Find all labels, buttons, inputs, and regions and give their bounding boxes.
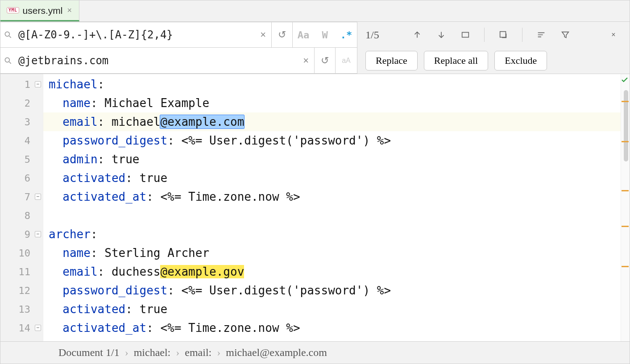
- chevron-right-icon: ›: [217, 347, 220, 359]
- code-line[interactable]: password_digest: <%= User.digest('passwo…: [43, 131, 621, 150]
- replace-input[interactable]: [16, 53, 298, 69]
- line-number[interactable]: 13: [0, 300, 43, 318]
- filter-button[interactable]: [557, 27, 573, 43]
- file-tab[interactable]: YML users.yml ×: [0, 0, 79, 21]
- line-number[interactable]: 6: [0, 169, 43, 187]
- code-line[interactable]: name: Michael Example: [43, 94, 621, 112]
- fold-icon[interactable]: −: [35, 81, 41, 87]
- breadcrumb-item[interactable]: michael:: [134, 347, 171, 359]
- replace-row: × ↺ aA Replace Replace all Exclude: [0, 48, 630, 74]
- gutter: 1−234567−89−1011121314−: [0, 74, 43, 341]
- check-icon: [621, 76, 629, 86]
- tab-filename: users.yml: [23, 6, 63, 15]
- close-tab-icon[interactable]: ×: [66, 5, 73, 16]
- line-number[interactable]: 11: [0, 262, 43, 281]
- line-number[interactable]: 3: [0, 112, 43, 131]
- regex-toggle[interactable]: .*: [336, 22, 357, 47]
- select-all-button[interactable]: [457, 27, 473, 43]
- line-number[interactable]: 8: [0, 206, 43, 225]
- breadcrumb[interactable]: Document 1/1›michael:›email:›michael@exa…: [0, 341, 630, 364]
- search-icon: [0, 56, 16, 65]
- replace-input-wrapper: × ↺ aA: [0, 48, 357, 74]
- clear-find-icon[interactable]: ×: [255, 29, 271, 41]
- line-number[interactable]: 12: [0, 281, 43, 300]
- editor[interactable]: 1−234567−89−1011121314− michael: name: M…: [0, 74, 630, 341]
- find-input-wrapper: × ↺ Aa W .*: [0, 22, 357, 48]
- breadcrumb-item[interactable]: Document 1/1: [58, 347, 120, 359]
- svg-rect-2: [462, 33, 469, 37]
- find-row: × ↺ Aa W .* 1/5 ×: [0, 22, 630, 48]
- exclude-button[interactable]: Exclude: [494, 51, 547, 70]
- match-marker[interactable]: [622, 101, 629, 102]
- code-line[interactable]: [43, 206, 621, 225]
- line-number[interactable]: 10: [0, 244, 43, 262]
- more-options-button[interactable]: [533, 27, 549, 43]
- code-line[interactable]: activated_at: <%= Time.zone.now %>: [43, 318, 621, 337]
- breadcrumb-item[interactable]: email:: [185, 347, 211, 359]
- code-line[interactable]: activated: true: [43, 169, 621, 187]
- svg-line-5: [9, 62, 11, 63]
- replace-all-button[interactable]: Replace all: [424, 51, 488, 70]
- line-number[interactable]: 4: [0, 131, 43, 150]
- close-find-icon[interactable]: ×: [605, 27, 622, 43]
- line-number[interactable]: 9−: [0, 225, 43, 244]
- code-line[interactable]: email: duchess@example.gov: [43, 262, 621, 281]
- next-match-button[interactable]: [433, 27, 449, 43]
- line-number[interactable]: 2: [0, 94, 43, 112]
- match-marker[interactable]: [622, 226, 629, 227]
- marker-strip[interactable]: [621, 74, 630, 341]
- find-input[interactable]: [16, 27, 255, 43]
- find-history-icon[interactable]: ↺: [271, 22, 292, 47]
- ide-editor-window: YML users.yml × × ↺ Aa W .* 1/5: [0, 0, 630, 364]
- svg-point-0: [5, 32, 9, 36]
- replace-toggles: aA: [335, 48, 357, 73]
- find-actions: 1/5 ×: [357, 27, 630, 43]
- match-marker[interactable]: [622, 266, 629, 267]
- match-marker[interactable]: [622, 141, 629, 142]
- separator: [522, 28, 522, 42]
- chevron-right-icon: ›: [125, 347, 128, 359]
- code-line[interactable]: michael:: [43, 75, 621, 94]
- match-marker[interactable]: [622, 190, 629, 191]
- separator: [484, 28, 485, 42]
- fold-icon[interactable]: −: [35, 194, 41, 200]
- whole-word-toggle[interactable]: W: [314, 22, 336, 47]
- open-in-window-button[interactable]: [495, 27, 511, 43]
- code-line[interactable]: activated: true: [43, 300, 621, 318]
- find-replace-bar: × ↺ Aa W .* 1/5 ×: [0, 22, 630, 74]
- svg-point-4: [5, 58, 9, 62]
- code-line[interactable]: password_digest: <%= User.digest('passwo…: [43, 281, 621, 300]
- code-line[interactable]: archer:: [43, 225, 621, 244]
- prev-match-button[interactable]: [409, 27, 425, 43]
- code-line[interactable]: admin: true: [43, 150, 621, 169]
- svg-line-1: [9, 36, 11, 38]
- fold-icon[interactable]: −: [35, 231, 41, 237]
- code-area[interactable]: michael: name: Michael Example email: mi…: [43, 74, 621, 341]
- tab-bar: YML users.yml ×: [0, 0, 630, 22]
- chevron-right-icon: ›: [176, 347, 179, 359]
- code-line[interactable]: email: michael@example.com: [43, 112, 621, 131]
- clear-replace-icon[interactable]: ×: [298, 55, 314, 66]
- line-number[interactable]: 1−: [0, 75, 43, 94]
- replace-history-icon[interactable]: ↺: [314, 48, 335, 73]
- match-count: 1/5: [365, 29, 401, 41]
- line-number[interactable]: 7−: [0, 187, 43, 206]
- replace-buttons: Replace Replace all Exclude: [357, 51, 630, 70]
- search-icon: [0, 30, 16, 39]
- yml-icon: YML: [7, 7, 19, 13]
- code-line[interactable]: name: Sterling Archer: [43, 244, 621, 262]
- replace-button[interactable]: Replace: [365, 51, 418, 70]
- line-number[interactable]: 5: [0, 150, 43, 169]
- line-number[interactable]: 14−: [0, 318, 43, 337]
- match-case-toggle[interactable]: Aa: [293, 22, 314, 47]
- code-line[interactable]: activated_at: <%= Time.zone.now %>: [43, 187, 621, 206]
- svg-rect-3: [500, 32, 506, 37]
- preserve-case-toggle[interactable]: aA: [336, 48, 357, 73]
- breadcrumb-item[interactable]: michael@example.com: [226, 347, 327, 359]
- find-toggles: Aa W .*: [292, 22, 357, 47]
- fold-icon[interactable]: −: [35, 325, 41, 331]
